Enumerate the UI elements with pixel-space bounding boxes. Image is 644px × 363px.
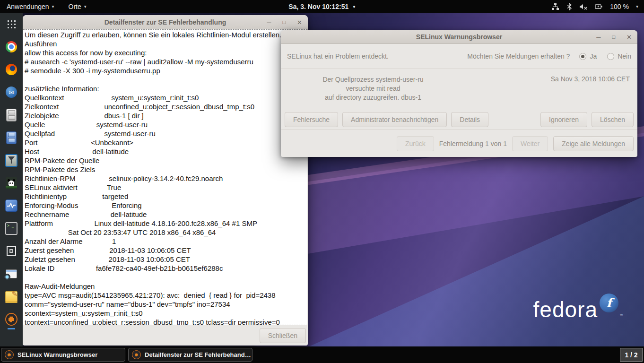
alert-window-title: SELinux Warnungsbrowser: [416, 33, 502, 41]
alert-browser-window: SELinux Warnungsbrowser ─ □ ✕ SELinux ha…: [281, 30, 637, 157]
chrome-icon: [6, 41, 17, 52]
taskbar-item-detail-window[interactable]: Detailfenster zur SE Fehlerbehand…: [128, 348, 252, 362]
taskbar-item-label: Detailfenster zur SE Fehlerbehand…: [145, 351, 251, 358]
terminal-icon: [5, 222, 17, 235]
alert-message-line2: versuchte mit read: [290, 84, 456, 93]
system-status-area[interactable]: 100 % ▾: [551, 3, 644, 10]
places-menu-label: Orte: [69, 3, 81, 10]
trademark-symbol: ™: [619, 313, 623, 318]
window-list-taskbar: SELinux Warnungsbrowser Detailfenster zu…: [0, 346, 644, 363]
dock-item-notes[interactable]: [5, 290, 17, 302]
problem-detected-label: SELinux hat ein Problem entdeckt.: [287, 52, 389, 60]
minimize-icon[interactable]: ─: [596, 34, 600, 40]
clock-button[interactable]: Sa, 3. Nov 10:12:51 ●: [288, 3, 355, 10]
workspace-indicator[interactable]: 1 / 2: [620, 348, 643, 362]
maximize-icon[interactable]: □: [282, 19, 286, 26]
detail-window: Detailfenster zur SE Fehlerbehandlung ─ …: [23, 15, 308, 346]
system-monitor-icon: [5, 199, 17, 212]
dock-item-thunderbird[interactable]: [5, 86, 17, 98]
applications-menu-label: Anwendungen: [7, 3, 49, 10]
next-button[interactable]: Weiter: [512, 136, 548, 151]
alert-window-titlebar[interactable]: SELinux Warnungsbrowser ─ □ ✕: [281, 30, 637, 44]
chevron-down-icon: ▾: [84, 4, 87, 9]
alert-message: Der Quellprozess systemd-user-ru versuch…: [290, 75, 456, 102]
applications-menu[interactable]: Anwendungen ▾: [7, 3, 54, 10]
close-button[interactable]: Schließen: [260, 328, 306, 343]
dock-item-terminal[interactable]: [5, 222, 17, 234]
detail-window-footer: Schließen: [23, 325, 308, 346]
back-button[interactable]: Zurück: [397, 136, 434, 151]
taskbar-item-alert-browser[interactable]: SELinux Warnungsbrowser: [1, 348, 125, 362]
radio-yes-icon[interactable]: [579, 53, 586, 60]
detail-window-title: Detailfenster zur SE Fehlerbehandlung: [104, 18, 226, 26]
places-menu[interactable]: Orte ▾: [69, 3, 87, 10]
receive-alerts-question: Möchten Sie Meldungen erhalten ?: [467, 52, 570, 60]
alert-timestamp: Sa Nov 3, 2018 10:06 CET: [551, 75, 630, 83]
details-button[interactable]: Details: [451, 112, 488, 127]
taskbar-item-label: SELinux Warnungsbrowser: [17, 351, 97, 358]
alert-message-line1: Der Quellprozess systemd-user-ru: [290, 75, 456, 84]
selinux-detail-text[interactable]: Um diesen Zugriff zu erlauben, können Si…: [23, 29, 307, 325]
pager-label: Fehlermeldung 1 von 1: [439, 140, 507, 147]
minimize-icon[interactable]: ─: [267, 19, 271, 26]
alert-status-row: SELinux hat ein Problem entdeckt. Möchte…: [281, 44, 637, 69]
screenshot-tool-icon: [6, 269, 17, 278]
file-cabinet-icon: [6, 109, 17, 121]
dock-item-chrome[interactable]: [5, 41, 17, 53]
radio-yes-label: Ja: [590, 52, 597, 60]
radio-no-label: Nein: [618, 52, 631, 60]
network-icon: [551, 3, 559, 10]
ignore-button[interactable]: Ignorieren: [540, 112, 587, 127]
dock-item-file-cabinet[interactable]: [5, 109, 17, 121]
wine-icon: [5, 154, 17, 167]
dock-item-wine[interactable]: [5, 154, 17, 166]
battery-percent-label: 100 %: [610, 3, 629, 10]
selinux-troubleshooter-icon: [132, 350, 141, 359]
detail-window-titlebar[interactable]: Detailfenster zur SE Fehlerbehandlung ─ …: [23, 15, 308, 30]
battery-charging-icon: [595, 3, 603, 10]
fedora-wordmark: fedora: [533, 300, 598, 319]
clock-label: Sa, 3. Nov 10:12:51: [288, 3, 348, 10]
volume-muted-icon: [579, 3, 588, 10]
show-all-button[interactable]: Zeige alle Meldungen: [553, 136, 634, 151]
alert-pager-row: Zurück Fehlermeldung 1 von 1 Weiter Zeig…: [281, 130, 637, 157]
dock: [0, 13, 23, 346]
running-indicator: [8, 328, 15, 329]
close-icon[interactable]: ✕: [297, 19, 302, 26]
notes-icon: [5, 291, 17, 302]
alert-button-row: Fehlersuche Administrator benachrichtige…: [281, 110, 637, 130]
firefox-icon: [6, 64, 17, 75]
alert-message-line3: auf directory zuzugreifen. dbus-1: [290, 93, 456, 102]
radio-no-icon[interactable]: [607, 53, 614, 60]
dock-item-system-monitor[interactable]: [5, 199, 17, 212]
fedora-logo: fedora f ™: [533, 300, 623, 319]
bluetooth-icon: [566, 3, 572, 10]
chevron-down-icon: ▾: [636, 4, 638, 9]
panda-icon: [6, 177, 17, 189]
selinux-troubleshooter-icon: [5, 350, 14, 359]
dock-item-app-grid[interactable]: [5, 18, 17, 30]
thunderbird-icon: [6, 86, 17, 98]
dock-item-panda-game[interactable]: [5, 177, 17, 189]
notification-dot-icon: ●: [353, 4, 355, 9]
alert-message-area: Der Quellprozess systemd-user-ru versuch…: [281, 69, 637, 110]
dock-item-selinux-troubleshooter[interactable]: [5, 313, 17, 325]
app-grid-icon: [7, 19, 16, 29]
selinux-troubleshooter-icon: [5, 313, 17, 326]
radio-option-no[interactable]: Nein: [607, 52, 631, 60]
delete-button[interactable]: Löschen: [592, 112, 634, 127]
close-icon[interactable]: ✕: [627, 34, 632, 40]
dock-item-file-cabinet-blue[interactable]: [5, 131, 17, 144]
dock-item-wireframe-cube[interactable]: [5, 245, 17, 257]
maximize-icon[interactable]: □: [612, 34, 615, 40]
fedora-f-icon: f: [600, 294, 618, 312]
dock-item-screenshot[interactable]: [5, 268, 17, 280]
dock-item-firefox[interactable]: [5, 63, 17, 76]
radio-option-yes[interactable]: Ja: [579, 52, 597, 60]
file-cabinet-blue-icon: [6, 131, 17, 144]
notify-admin-button[interactable]: Administrator benachrichtigen: [342, 112, 447, 127]
wireframe-cube-icon: [6, 245, 17, 257]
top-bar: Anwendungen ▾ Orte ▾ Sa, 3. Nov 10:12:51…: [0, 0, 644, 13]
desktop: fedora f ™ Detailfenster zur SE Fehlerbe…: [0, 0, 644, 363]
troubleshoot-button[interactable]: Fehlersuche: [285, 112, 338, 127]
